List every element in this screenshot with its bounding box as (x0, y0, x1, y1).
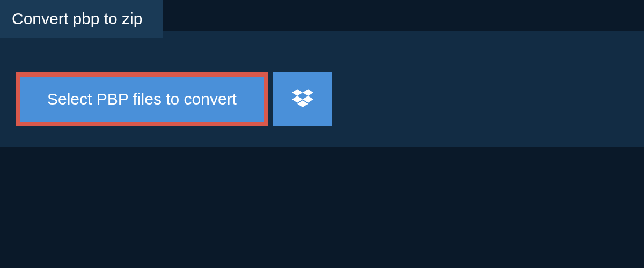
tab-title: Convert pbp to zip (12, 10, 142, 27)
select-files-label: Select PBP files to convert (47, 90, 237, 108)
converter-panel: Convert pbp to zip Select PBP files to c… (0, 31, 644, 147)
tab-convert[interactable]: Convert pbp to zip (0, 0, 163, 38)
dropbox-button[interactable] (273, 72, 332, 126)
select-files-button[interactable]: Select PBP files to convert (16, 72, 268, 126)
dropbox-icon (292, 87, 313, 111)
button-row: Select PBP files to convert (16, 72, 644, 126)
